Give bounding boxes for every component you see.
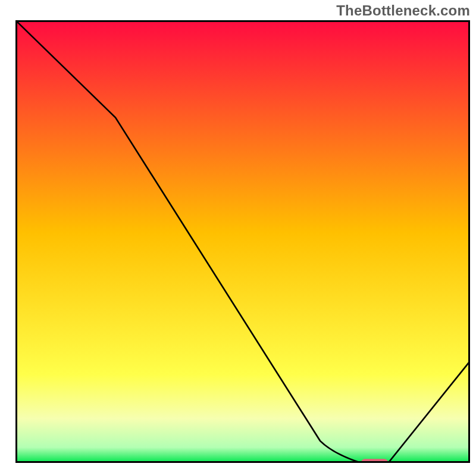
bottleneck-curve [15,20,470,463]
optimum-marker [361,459,389,463]
plot-area [15,20,470,463]
curve-layer [15,20,470,463]
chart-frame: TheBottleneck.com [0,0,476,476]
watermark-text: TheBottleneck.com [336,2,470,19]
